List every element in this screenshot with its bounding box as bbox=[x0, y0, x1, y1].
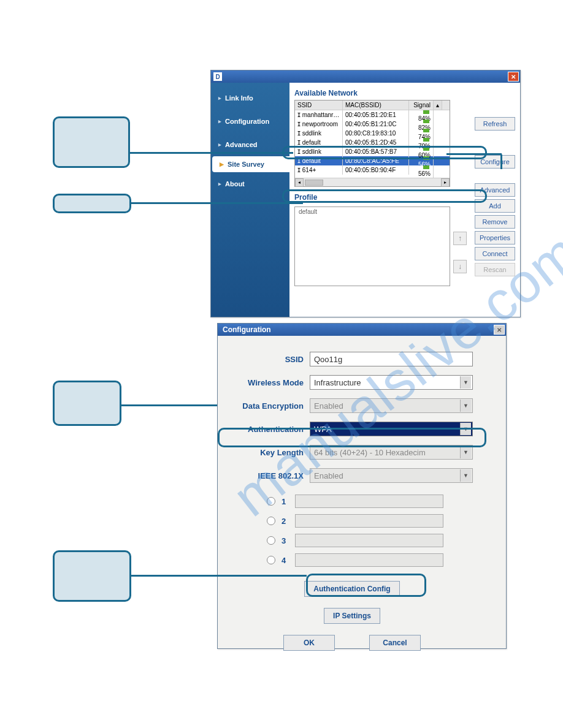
connector-line bbox=[130, 152, 293, 154]
ieee8021x-label: IEEE 802.1X bbox=[218, 471, 310, 480]
connector-line bbox=[131, 575, 307, 577]
site-survey-window: D ✕ Link Info Configuration Advanced Sit… bbox=[210, 70, 521, 317]
configuration-window: Configuration ✕ SSID Wireless Mode Infra… bbox=[217, 323, 507, 649]
key-radio-3[interactable] bbox=[267, 536, 275, 545]
move-up-icon[interactable]: ↑ bbox=[453, 232, 467, 245]
connector-line bbox=[446, 153, 502, 155]
signal-icon bbox=[423, 146, 429, 151]
signal-icon bbox=[423, 164, 429, 169]
key-radio-1[interactable] bbox=[267, 497, 275, 506]
cancel-button[interactable]: Cancel bbox=[369, 635, 421, 651]
data-encryption-label: Data Encryption bbox=[218, 401, 310, 411]
cell-mac: 00:80:C8:19:83:10 bbox=[343, 129, 409, 138]
move-down-icon[interactable]: ↓ bbox=[453, 260, 467, 273]
profile-list[interactable]: default ↑ ↓ bbox=[294, 207, 450, 286]
key-field-2 bbox=[295, 514, 443, 528]
wep-keys: 1 2 3 4 bbox=[267, 491, 486, 570]
title-bar: Configuration ✕ bbox=[218, 324, 506, 336]
key-num-3: 3 bbox=[282, 536, 289, 545]
rescan-button: Rescan bbox=[475, 263, 515, 276]
key-row-1: 1 bbox=[267, 491, 486, 511]
cell-ssid: ⵊ sddlink bbox=[295, 147, 343, 156]
data-encryption-value: Enabled bbox=[314, 401, 343, 411]
connector-line bbox=[500, 154, 502, 169]
authentication-label: Authentication bbox=[218, 425, 310, 434]
close-icon[interactable]: ✕ bbox=[494, 325, 505, 335]
key-num-2: 2 bbox=[282, 517, 289, 526]
ieee8021x-value: Enabled bbox=[314, 471, 343, 480]
cell-mac: 00:40:05:BA:57:B7 bbox=[343, 147, 409, 156]
signal-icon bbox=[423, 118, 429, 123]
refresh-button[interactable]: Refresh bbox=[475, 117, 515, 131]
nav-about[interactable]: About bbox=[211, 172, 289, 195]
col-ssid[interactable]: SSID bbox=[295, 100, 343, 110]
chevron-down-icon: ▼ bbox=[460, 469, 471, 482]
button-column: Refresh Configure Advanced Add Remove Pr… bbox=[475, 117, 515, 276]
data-encryption-select: Enabled ▼ bbox=[310, 398, 473, 413]
chevron-down-icon: ▼ bbox=[460, 376, 471, 389]
cell-mac: 00:40:05:B0:90:4F bbox=[343, 165, 409, 175]
key-field-1 bbox=[295, 495, 443, 508]
available-network-title: Available Network bbox=[294, 89, 515, 97]
table-header: SSID MAC(BSSID) Signal ▴ bbox=[295, 100, 450, 110]
window-title: Configuration bbox=[223, 325, 271, 334]
profile-item[interactable]: default bbox=[295, 207, 450, 216]
key-field-3 bbox=[295, 534, 443, 547]
horizontal-scrollbar[interactable]: ◂ ▸ bbox=[295, 178, 450, 186]
col-mac[interactable]: MAC(BSSID) bbox=[343, 100, 409, 110]
scroll-up-icon[interactable]: ▴ bbox=[434, 100, 442, 110]
key-num-4: 4 bbox=[282, 556, 289, 565]
signal-icon bbox=[423, 110, 429, 114]
authentication-config-button[interactable]: Authentication Config bbox=[304, 581, 399, 597]
signal-icon bbox=[423, 155, 429, 160]
scroll-right-icon[interactable]: ▸ bbox=[441, 178, 450, 187]
chevron-down-icon: ▼ bbox=[460, 446, 471, 458]
advanced-button[interactable]: Advanced bbox=[475, 183, 515, 197]
cell-ssid: ⵊ newportroom bbox=[295, 119, 343, 129]
cell-ssid: ⵊ manhattanr… bbox=[295, 110, 343, 119]
cell-mac: 00:80:C8:AC:A5:FE bbox=[343, 156, 409, 165]
ieee8021x-select: Enabled ▼ bbox=[310, 468, 473, 483]
key-radio-4[interactable] bbox=[267, 556, 275, 564]
add-button[interactable]: Add bbox=[475, 199, 515, 213]
nav-configuration[interactable]: Configuration bbox=[211, 110, 289, 133]
callout-box-3 bbox=[53, 381, 121, 426]
connector-line bbox=[121, 404, 217, 406]
ip-settings-button[interactable]: IP Settings bbox=[324, 608, 380, 624]
wireless-mode-select[interactable]: Infrastructure ▼ bbox=[310, 375, 473, 390]
properties-button[interactable]: Properties bbox=[475, 231, 515, 245]
signal-icon bbox=[423, 127, 429, 132]
nav-link-info[interactable]: Link Info bbox=[211, 86, 289, 110]
key-length-label: Key Length bbox=[218, 448, 310, 457]
cell-ssid: ⵊ 614+ bbox=[295, 165, 343, 175]
key-row-2: 2 bbox=[267, 511, 486, 531]
scroll-left-icon[interactable]: ◂ bbox=[295, 178, 304, 187]
authentication-select[interactable]: WPA ▼ bbox=[310, 422, 473, 436]
key-row-4: 4 bbox=[267, 550, 486, 570]
wireless-mode-value: Infrastructure bbox=[314, 378, 361, 387]
scroll-thumb[interactable] bbox=[305, 180, 323, 186]
ssid-input[interactable] bbox=[310, 352, 473, 366]
title-bar: D ✕ bbox=[211, 70, 520, 83]
cell-mac: 00:40:05:B1:2D:45 bbox=[343, 138, 409, 147]
cell-ssid: ⵊ sddlink bbox=[295, 129, 343, 138]
key-field-4 bbox=[295, 553, 443, 567]
key-length-value: 64 bits (40+24) - 10 Hexadecim bbox=[314, 448, 426, 457]
remove-button[interactable]: Remove bbox=[475, 215, 515, 229]
key-num-1: 1 bbox=[282, 497, 289, 506]
col-signal[interactable]: Signal bbox=[409, 100, 434, 110]
key-radio-2[interactable] bbox=[267, 517, 275, 525]
main-panel: Available Network SSID MAC(BSSID) Signal… bbox=[289, 83, 520, 317]
close-icon[interactable]: ✕ bbox=[508, 72, 519, 82]
key-length-select: 64 bits (40+24) - 10 Hexadecim ▼ bbox=[310, 445, 473, 460]
cell-mac: 00:40:05:B1:20:E1 bbox=[343, 110, 409, 119]
ok-button[interactable]: OK bbox=[283, 635, 335, 651]
network-table: SSID MAC(BSSID) Signal ▴ ⵊ manhattanr…00… bbox=[294, 100, 450, 187]
connect-button[interactable]: Connect bbox=[475, 247, 515, 260]
wireless-mode-label: Wireless Mode bbox=[218, 378, 310, 387]
cell-ssid: ⵊ default bbox=[295, 138, 343, 147]
cell-mac: 00:40:05:B1:21:0C bbox=[343, 119, 409, 129]
nav-site-survey[interactable]: Site Survey bbox=[212, 156, 289, 172]
table-row[interactable]: ⵊ 614+00:40:05:B0:90:4F56% bbox=[295, 165, 450, 175]
configure-button[interactable]: Configure bbox=[475, 155, 515, 169]
